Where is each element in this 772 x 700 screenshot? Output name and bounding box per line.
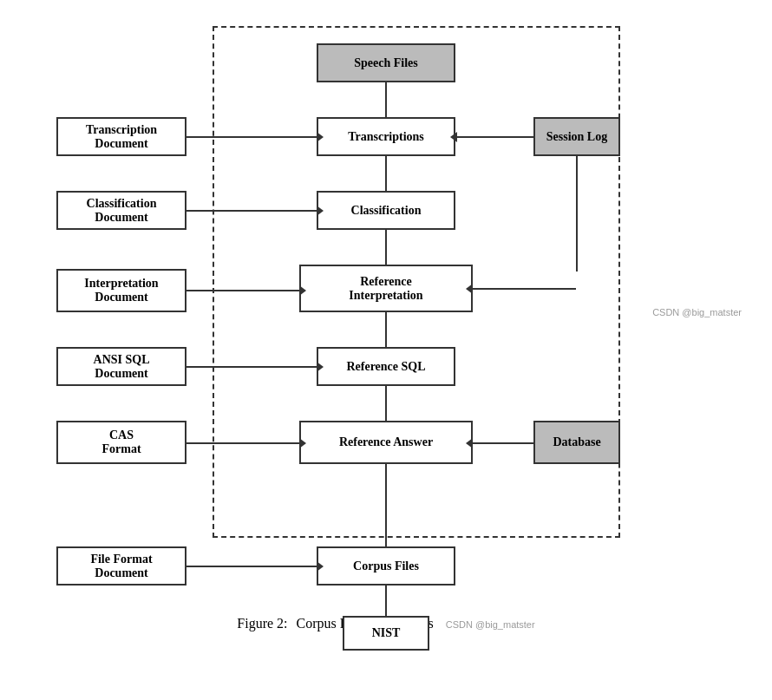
transcriptions-box: Transcriptions [317, 117, 455, 156]
arrow-database-refanswer [473, 442, 533, 444]
classification-box: Classification [317, 191, 455, 230]
line-sessionlog-down [576, 156, 578, 271]
reference-sql-box: Reference SQL [317, 347, 455, 386]
file-format-doc-box: File FormatDocument [56, 546, 186, 586]
csdn-watermark: CSDN @big_matster [446, 619, 535, 630]
nist-box: NIST [343, 616, 429, 651]
arrow-corpus-nist [385, 586, 387, 616]
ansi-sql-doc-box: ANSI SQLDocument [56, 347, 186, 386]
arrow-sessionlog-transcriptions [457, 136, 533, 138]
arrow-transdoc-transcriptions [186, 136, 317, 138]
classification-doc-box: ClassificationDocument [56, 191, 186, 230]
corpus-files-box: Corpus Files [317, 546, 455, 586]
arrow-ansisqldoc-refsql [186, 366, 317, 368]
transcription-doc-box: TranscriptionDocument [56, 117, 186, 156]
arrow-refanswer-corpus [385, 464, 387, 546]
figure-label: Figure 2: [237, 616, 287, 631]
arrow-casformat-refanswer [186, 442, 299, 444]
arrow-classdoc-classification [186, 210, 317, 212]
watermark-text: CSDN @big_matster [652, 307, 742, 317]
reference-answer-box: Reference Answer [299, 421, 473, 464]
arrow-sessionlog-refinterp [473, 288, 576, 290]
database-box: Database [533, 421, 620, 464]
arrow-interpdoc-refinterp [186, 290, 299, 291]
arrow-refinterp-refsql [385, 312, 387, 347]
diagram: Speech Files Transcriptions Session Log … [30, 17, 742, 607]
arrow-fileformatdoc-corpus [186, 566, 317, 567]
reference-interpretation-box: ReferenceInterpretation [299, 265, 473, 312]
arrow-refsql-refanswer [385, 386, 387, 421]
arrow-speech-transcriptions [385, 82, 387, 117]
session-log-box: Session Log [533, 117, 620, 156]
arrow-transcriptions-classification [385, 156, 387, 191]
speech-files-box: Speech Files [317, 43, 455, 82]
interpretation-doc-box: InterpretationDocument [56, 269, 186, 312]
cas-format-box: CASFormat [56, 421, 186, 464]
arrow-classification-refinterp [385, 230, 387, 265]
